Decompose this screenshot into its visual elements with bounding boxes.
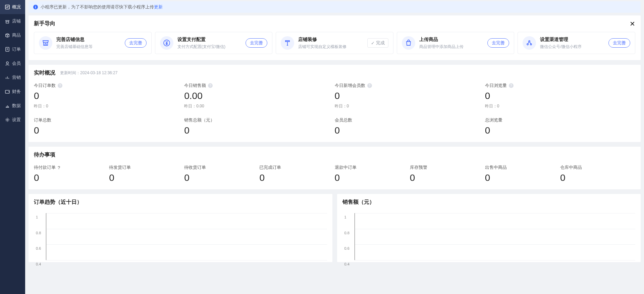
guide-action-button[interactable]: 去完善 bbox=[608, 38, 630, 48]
sidebar-item-finance[interactable]: 财务 bbox=[0, 85, 25, 99]
bars-icon bbox=[5, 75, 10, 80]
todo-panel: 待办事项 待付款订单? 0 待发货订单 0 待收货订单 0 已完成订单 0 退款… bbox=[29, 147, 641, 189]
sidebar-item-settings[interactable]: 设置 bbox=[0, 113, 25, 127]
charts-row: 订单趋势（近十日） 0.40.60.81 销售额（元） 0.40.60.81 bbox=[29, 194, 641, 262]
guide-text: 完善店铺信息 完善店铺基础信息等 bbox=[56, 37, 121, 50]
sidebar-item-label: 财务 bbox=[12, 89, 21, 95]
yen-icon bbox=[160, 36, 173, 50]
sidebar-item-overview[interactable]: 概况 bbox=[0, 0, 25, 14]
todo-value: 0 bbox=[184, 173, 259, 183]
metric-yesterday: 昨日：0.00 bbox=[184, 103, 334, 109]
guide-card-title: 上传商品 bbox=[419, 37, 484, 43]
guide-card: 设置渠道管理 微信公众号/微信小程序 去完善 bbox=[518, 32, 635, 54]
todo-item: 已完成订单 0 bbox=[259, 164, 334, 183]
metric: 今日浏览量? 0 昨日：0 bbox=[485, 83, 635, 109]
help-icon[interactable]: ? bbox=[58, 165, 60, 170]
sidebar-item-members[interactable]: 会员 bbox=[0, 56, 25, 70]
realtime-header: 实时概况 更新时间：2024-03-18 12:36:27 bbox=[34, 69, 635, 77]
sidebar-item-shop[interactable]: 店铺 bbox=[0, 14, 25, 28]
grid-line bbox=[355, 213, 636, 213]
grid-line bbox=[46, 213, 327, 213]
metric: 今日新增会员数? 0 昨日：0 bbox=[335, 83, 485, 109]
todo-label: 待付款订单? bbox=[34, 164, 109, 170]
metric-value: 0 bbox=[335, 91, 485, 101]
svg-point-6 bbox=[529, 41, 530, 42]
guide-title: 新手导向 bbox=[34, 20, 55, 27]
guide-action-button[interactable]: 去完善 bbox=[125, 38, 147, 48]
grid-line bbox=[355, 229, 636, 229]
metric-value: 0 bbox=[485, 91, 635, 101]
metric-label: 订单总数 bbox=[34, 117, 184, 123]
chart-orders-area: 0.40.60.81 bbox=[46, 213, 327, 260]
guide-action-button[interactable]: 去完善 bbox=[246, 38, 267, 48]
sidebar-item-label: 概况 bbox=[12, 4, 21, 10]
metric-label: 今日销售额? bbox=[184, 83, 334, 89]
metric: 今日销售额? 0.00 昨日：0.00 bbox=[184, 83, 334, 109]
todo-value: 0 bbox=[259, 173, 334, 183]
todo-item: 待发货订单 0 bbox=[109, 164, 184, 183]
guide-action-button[interactable]: 去完善 bbox=[487, 38, 509, 48]
todo-label: 已完成订单 bbox=[259, 164, 334, 170]
channel-icon bbox=[523, 36, 536, 50]
todo-label: 待收货订单 bbox=[184, 164, 259, 170]
guide-card: 设置支付配置 支付方式配置(支付宝/微信) 去完善 bbox=[155, 32, 273, 54]
todo-value: 0 bbox=[485, 173, 560, 183]
y-tick-label: 0.8 bbox=[344, 231, 350, 235]
metric-label: 会员总数 bbox=[335, 117, 485, 123]
sidebar-item-goods[interactable]: 商品 bbox=[0, 28, 25, 42]
metric: 总浏览量 0 bbox=[485, 117, 635, 136]
todo-value: 0 bbox=[109, 173, 184, 183]
realtime-panel: 实时概况 更新时间：2024-03-18 12:36:27 今日订单数? 0 昨… bbox=[29, 65, 641, 142]
guide-panel: 新手导向 ✕ 完善店铺信息 完善店铺基础信息等 去完善 设置支付配置 支付方式配… bbox=[29, 15, 641, 60]
user-icon bbox=[5, 61, 10, 66]
y-tick-label: 0.8 bbox=[36, 231, 41, 235]
alert-text: 小程序已更新，为了不影响您的使用请尽快下载小程序上传 bbox=[41, 4, 154, 10]
order-icon bbox=[5, 47, 10, 52]
grid-line bbox=[355, 244, 636, 245]
help-icon[interactable]: ? bbox=[58, 83, 62, 88]
chart-box-icon bbox=[5, 4, 10, 10]
metric-label: 销售总额（元） bbox=[184, 117, 334, 123]
svg-point-8 bbox=[530, 44, 532, 45]
metric: 订单总数 0 bbox=[34, 117, 184, 136]
close-icon[interactable]: ✕ bbox=[630, 21, 635, 27]
svg-point-7 bbox=[527, 44, 528, 45]
realtime-updated: 更新时间：2024-03-18 12:36:27 bbox=[60, 70, 117, 76]
help-icon[interactable]: ? bbox=[509, 83, 514, 88]
sidebar: 概况 店铺 商品 订单 会员 营销 财务 数据 设置 bbox=[0, 0, 25, 294]
todo-label: 退款中订单 bbox=[335, 164, 410, 170]
sidebar-item-label: 订单 bbox=[12, 46, 21, 52]
chart-sales-title: 销售额（元） bbox=[342, 199, 636, 206]
todo-value: 0 bbox=[410, 173, 485, 183]
main-content: i 小程序已更新，为了不影响您的使用请尽快下载小程序上传 更新 新手导向 ✕ 完… bbox=[25, 0, 644, 294]
todo-item: 退款中订单 0 bbox=[335, 164, 410, 183]
sidebar-item-label: 营销 bbox=[12, 75, 21, 81]
sidebar-item-label: 会员 bbox=[12, 60, 21, 66]
guide-text: 设置渠道管理 微信公众号/微信小程序 bbox=[540, 37, 604, 50]
todo-item: 待收货订单 0 bbox=[184, 164, 259, 183]
metric-value: 0 bbox=[485, 125, 635, 136]
help-icon[interactable]: ? bbox=[367, 83, 372, 88]
brush-icon bbox=[281, 36, 294, 50]
y-tick-label: 1 bbox=[36, 215, 38, 219]
alert-link[interactable]: 更新 bbox=[154, 4, 163, 10]
grid-line bbox=[355, 260, 636, 260]
y-tick-label: 1 bbox=[344, 215, 346, 219]
sidebar-item-data[interactable]: 数据 bbox=[0, 99, 25, 113]
help-icon[interactable]: ? bbox=[208, 83, 213, 88]
metric-label: 总浏览量 bbox=[485, 117, 635, 123]
sidebar-item-orders[interactable]: 订单 bbox=[0, 42, 25, 56]
todo-label: 出售中商品 bbox=[485, 164, 560, 170]
svg-point-2 bbox=[6, 62, 8, 64]
todo-label: 库存预警 bbox=[410, 164, 485, 170]
todo-label: 仓库中商品 bbox=[560, 164, 635, 170]
sidebar-item-marketing[interactable]: 营销 bbox=[0, 70, 25, 85]
guide-card-title: 设置渠道管理 bbox=[540, 37, 604, 43]
metric-yesterday: 昨日：0 bbox=[335, 103, 485, 109]
info-icon: i bbox=[33, 5, 38, 9]
chart-orders-title: 订单趋势（近十日） bbox=[34, 199, 327, 206]
todo-value: 0 bbox=[34, 173, 109, 183]
sidebar-item-label: 设置 bbox=[12, 117, 21, 123]
guide-card-desc: 微信公众号/微信小程序 bbox=[540, 44, 604, 50]
guide-card-title: 店铺装修 bbox=[298, 37, 363, 43]
